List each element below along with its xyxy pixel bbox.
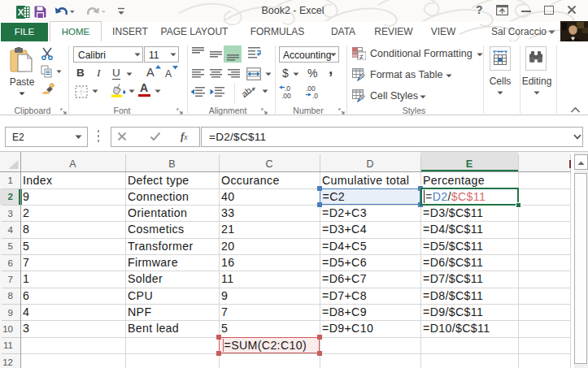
svg-text:.0: .0 — [312, 92, 318, 100]
svg-text:.00: .00 — [281, 92, 291, 100]
svg-text:≠: ≠ — [359, 53, 364, 61]
svg-text:ab: ab — [241, 85, 253, 99]
svg-text:X: X — [18, 7, 24, 17]
